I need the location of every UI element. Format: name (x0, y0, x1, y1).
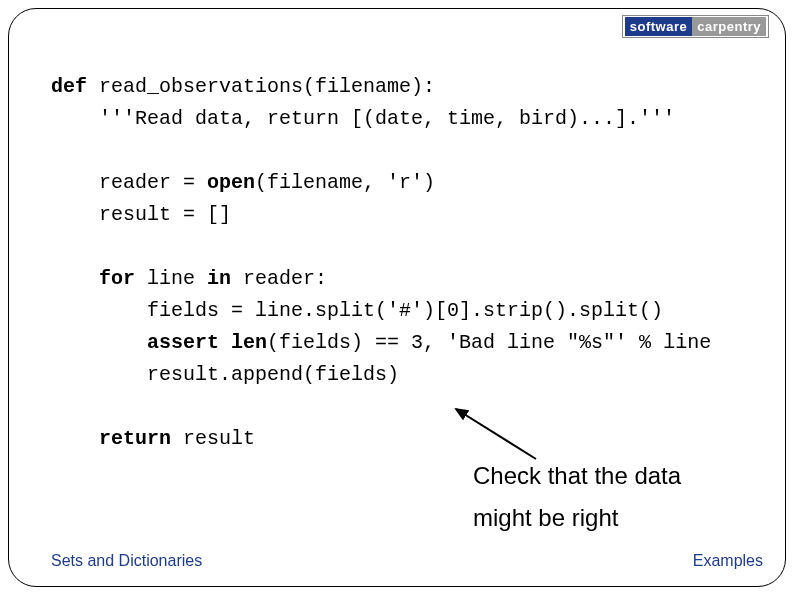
annotation-text: Check that the data might be right (473, 455, 681, 539)
annotation-line1: Check that the data (473, 455, 681, 497)
logo: softwarecarpentry (622, 15, 769, 38)
kw-return: return (99, 427, 171, 450)
kw-def: def (51, 75, 87, 98)
logo-part2: carpentry (692, 17, 766, 36)
kw-in: in (207, 267, 231, 290)
kw-for: for (99, 267, 135, 290)
logo-part1: software (625, 17, 692, 36)
footer-left: Sets and Dictionaries (51, 552, 202, 570)
kw-len: len (231, 331, 267, 354)
slide-frame: softwarecarpentry def read_observations(… (8, 8, 786, 587)
kw-open: open (207, 171, 255, 194)
footer-right: Examples (693, 552, 763, 570)
kw-assert: assert (147, 331, 219, 354)
code-block: def read_observations(filename): '''Read… (51, 71, 771, 455)
annotation-line2: might be right (473, 497, 681, 539)
